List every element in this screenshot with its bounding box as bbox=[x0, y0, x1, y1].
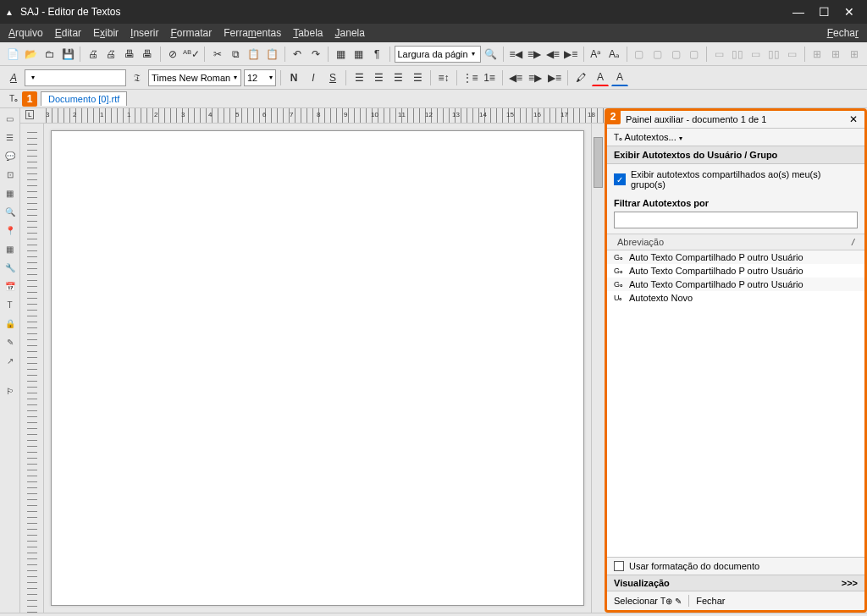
italic-button[interactable]: I bbox=[305, 69, 322, 86]
print2-button[interactable]: 🖶 bbox=[122, 46, 138, 63]
table2-button[interactable]: ▦ bbox=[351, 46, 367, 63]
bold-button[interactable]: N bbox=[285, 69, 302, 86]
grid3-button[interactable]: ⊞ bbox=[846, 46, 862, 63]
autotextos-dropdown[interactable]: Tₒ Autotextos... ▾ bbox=[607, 129, 864, 146]
menu-janela[interactable]: Janela bbox=[335, 27, 365, 39]
subscript-button[interactable]: Aₐ bbox=[606, 46, 622, 63]
autotext-item[interactable]: GₒAuto Texto Compartilhado P outro Usuár… bbox=[607, 278, 864, 291]
style-button[interactable]: A bbox=[5, 69, 22, 86]
align-right-button[interactable]: ☰ bbox=[389, 69, 406, 86]
indent2-button[interactable]: ▶≡ bbox=[546, 69, 563, 86]
merge3-button[interactable]: ▭ bbox=[784, 46, 800, 63]
print-button[interactable]: 🖨 bbox=[85, 46, 101, 63]
side-tool-15[interactable]: 🏳 bbox=[3, 384, 17, 398]
side-tool-10[interactable]: 📅 bbox=[3, 279, 17, 293]
paste-button[interactable]: 📋 bbox=[246, 46, 262, 63]
side-tool-7[interactable]: 📍 bbox=[3, 223, 17, 237]
highlight-button[interactable]: 🖍 bbox=[572, 69, 589, 86]
align-justify-button[interactable]: ☰ bbox=[409, 69, 426, 86]
split-button[interactable]: ▯▯ bbox=[730, 46, 746, 63]
autotext-item[interactable]: GₒAuto Texto Compartilhado P outro Usuár… bbox=[607, 250, 864, 264]
side-tool-4[interactable]: ⊡ bbox=[3, 168, 17, 181]
scrollbar-thumb[interactable] bbox=[594, 137, 603, 188]
grid2-button[interactable]: ⊞ bbox=[828, 46, 844, 63]
indent-inc-button[interactable]: ≡▶ bbox=[527, 46, 543, 63]
selecionar-button[interactable]: Selecionar T⊕ ✎ bbox=[614, 596, 682, 606]
border2-button[interactable]: ▢ bbox=[649, 46, 665, 63]
align-center-button[interactable]: ☰ bbox=[370, 69, 387, 86]
menu-formatar[interactable]: Formatar bbox=[170, 27, 212, 39]
visualizacao-header[interactable]: Visualização >>> bbox=[607, 575, 864, 591]
font-size-combo[interactable]: 12▾ bbox=[244, 69, 276, 86]
folder-button[interactable]: 🗀 bbox=[41, 46, 58, 63]
side-tool-3[interactable]: 💬 bbox=[3, 149, 17, 162]
usar-formatacao-row[interactable]: Usar formatação do documento bbox=[607, 557, 864, 575]
border3-button[interactable]: ▢ bbox=[668, 46, 684, 63]
side-tool-9[interactable]: 🔧 bbox=[3, 261, 17, 274]
new-doc-button[interactable]: 📄 bbox=[5, 46, 21, 63]
print-preview-button[interactable]: 🖨 bbox=[103, 46, 119, 63]
menu-ferramentas[interactable]: Ferramentas bbox=[224, 27, 281, 39]
table-button[interactable]: ▦ bbox=[333, 46, 349, 63]
merge2-button[interactable]: ▭ bbox=[748, 46, 764, 63]
zoom-out-button[interactable]: 🔍 bbox=[483, 46, 500, 63]
minimize-button[interactable]: — bbox=[786, 5, 811, 19]
cut-button[interactable]: ✂ bbox=[209, 46, 225, 63]
style-combo[interactable]: ▾ bbox=[25, 69, 126, 86]
side-tool-8[interactable]: ▦ bbox=[3, 242, 17, 256]
list-header[interactable]: Abreviação / bbox=[607, 234, 864, 250]
underline-button[interactable]: S bbox=[324, 69, 341, 86]
menu-arquivo[interactable]: Arquivo bbox=[8, 27, 43, 39]
autotext-item[interactable]: GₒAuto Texto Compartilhado P outro Usuár… bbox=[607, 264, 864, 278]
font-name-combo[interactable]: Times New Roman▾ bbox=[148, 69, 241, 86]
numbering-button[interactable]: 1≡ bbox=[481, 69, 498, 86]
menu-editar[interactable]: Editar bbox=[55, 27, 81, 39]
border4-button[interactable]: ▢ bbox=[687, 46, 703, 63]
indent-inc2-button[interactable]: ▶≡ bbox=[563, 46, 579, 63]
document-tab[interactable]: Documento [0].rtf bbox=[41, 91, 127, 106]
menu-inserir[interactable]: Inserir bbox=[130, 27, 158, 39]
zoom-combo[interactable]: Largura da págin▾ bbox=[395, 46, 481, 63]
save-button[interactable]: 💾 bbox=[60, 46, 76, 63]
merge-button[interactable]: ▭ bbox=[711, 46, 727, 63]
panel-close-button[interactable]: ✕ bbox=[849, 113, 858, 125]
side-tool-6[interactable]: 🔍 bbox=[3, 205, 17, 218]
indent-dec-button[interactable]: ≡◀ bbox=[508, 46, 524, 63]
checkbox-exibir-compartilhados[interactable]: ✓ Exibir autotextos compartilhados ao(s)… bbox=[607, 164, 864, 195]
split2-button[interactable]: ▯▯ bbox=[766, 46, 782, 63]
superscript-button[interactable]: Aᵃ bbox=[588, 46, 605, 63]
maximize-button[interactable]: ☐ bbox=[811, 5, 837, 19]
document-page[interactable] bbox=[51, 130, 584, 606]
vertical-ruler[interactable] bbox=[20, 124, 44, 613]
horizontal-ruler[interactable]: L 321123456789101112131415161718 bbox=[20, 108, 605, 124]
line-spacing-button[interactable]: ≡↕ bbox=[435, 69, 452, 86]
paste-special-button[interactable]: 📋 bbox=[264, 46, 280, 63]
paragraph-button[interactable]: ¶ bbox=[369, 46, 385, 63]
side-tool-1[interactable]: ▭ bbox=[3, 112, 17, 125]
filter-input[interactable] bbox=[614, 212, 858, 228]
menu-exibir[interactable]: Exibir bbox=[93, 27, 119, 39]
bullets-button[interactable]: ⋮≡ bbox=[461, 69, 478, 86]
grid1-button[interactable]: ⊞ bbox=[809, 46, 826, 63]
fechar-button[interactable]: Fechar bbox=[696, 596, 725, 606]
autotext-item[interactable]: UₒAutotexto Novo bbox=[607, 291, 864, 305]
side-tool-14[interactable]: ↗ bbox=[3, 354, 17, 367]
font-color-button[interactable]: A bbox=[592, 69, 609, 86]
side-tool-12[interactable]: 🔒 bbox=[3, 316, 17, 330]
open-button[interactable]: 📂 bbox=[24, 46, 40, 63]
cancel-print-button[interactable]: ⊘ bbox=[165, 46, 181, 63]
border-button[interactable]: ▢ bbox=[632, 46, 648, 63]
redo-button[interactable]: ↷ bbox=[307, 46, 323, 63]
side-tool-2[interactable]: ☰ bbox=[3, 130, 17, 144]
autotext-list[interactable]: GₒAuto Texto Compartilhado P outro Usuár… bbox=[607, 250, 864, 557]
outdent-button[interactable]: ◀≡ bbox=[507, 69, 524, 86]
undo-button[interactable]: ↶ bbox=[290, 46, 306, 63]
indent-dec2-button[interactable]: ◀≡ bbox=[544, 46, 561, 63]
copy-button[interactable]: ⧉ bbox=[228, 46, 244, 63]
align-left-button[interactable]: ☰ bbox=[351, 69, 367, 86]
close-window-button[interactable]: ✕ bbox=[837, 5, 862, 19]
vertical-scrollbar[interactable] bbox=[591, 124, 605, 613]
menu-fechar[interactable]: Fechar bbox=[827, 27, 859, 39]
side-tool-11[interactable]: T bbox=[3, 298, 17, 311]
spellcheck-button[interactable]: ᴬᴮ✓ bbox=[183, 46, 200, 63]
